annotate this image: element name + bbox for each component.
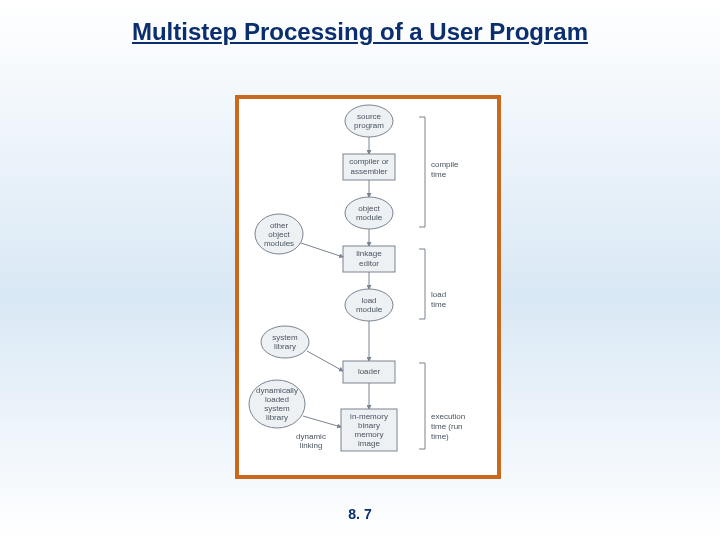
label: assembler [351,167,388,176]
label: object [268,230,290,239]
label: dynamically [256,386,298,395]
slide-number: 8. 7 [0,506,720,522]
phase-label: time [431,170,447,179]
edge [303,416,341,427]
label: compiler or [349,157,389,166]
phase-label: load [431,290,446,299]
bracket-execution-time [419,363,425,449]
label: source [357,112,382,121]
label: library [274,342,296,351]
label: editor [359,259,379,268]
label: system [272,333,298,342]
label: module [356,213,383,222]
label: object [358,204,380,213]
label: module [356,305,383,314]
label: linking [300,441,323,450]
diagram-frame: source program compiler or assembler obj… [235,95,501,479]
phase-label: time (run [431,422,463,431]
bracket-compile-time [419,117,425,227]
label: memory [355,430,384,439]
label: dynamic [296,432,326,441]
phase-label: compile [431,160,459,169]
label: image [358,439,380,448]
slide: Multistep Processing of a User Program s… [0,0,720,540]
label: linkage [356,249,382,258]
edge [301,243,343,257]
label: program [354,121,384,130]
edge [307,351,343,371]
multistep-diagram: source program compiler or assembler obj… [239,99,497,475]
label: other [270,221,289,230]
bracket-load-time [419,249,425,319]
label: load [361,296,376,305]
phase-label: time [431,300,447,309]
slide-title: Multistep Processing of a User Program [0,18,720,46]
phase-label: execution [431,412,465,421]
label: binary [358,421,380,430]
label: library [266,413,288,422]
label: in-memory [350,412,388,421]
label: modules [264,239,294,248]
label: loader [358,367,381,376]
label: loaded [265,395,289,404]
label: system [264,404,290,413]
phase-label: time) [431,432,449,441]
